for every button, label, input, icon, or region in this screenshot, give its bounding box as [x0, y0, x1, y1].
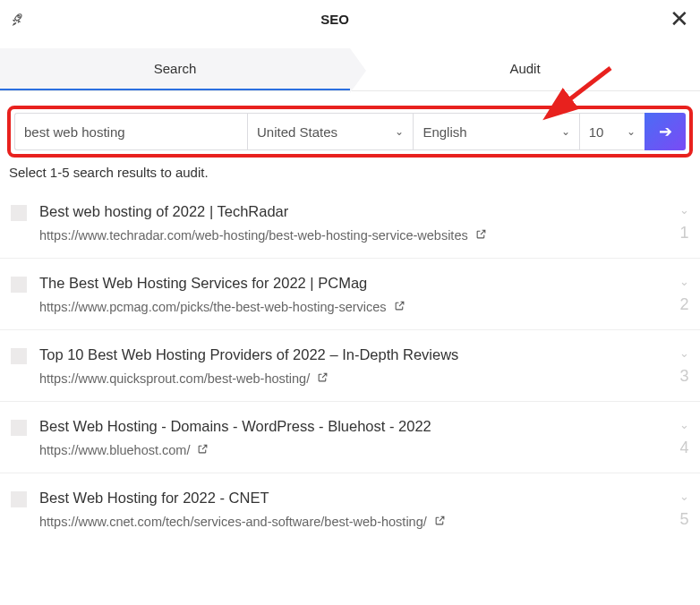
result-url-row: https://www.cnet.com/tech/services-and-s… [39, 514, 670, 530]
result-number: 2 [679, 295, 688, 314]
search-query-input[interactable] [14, 113, 247, 150]
external-link-icon[interactable] [317, 371, 329, 387]
result-title: Best web hosting of 2022 | TechRadar [39, 203, 670, 220]
result-item: The Best Web Hosting Services for 2022 |… [0, 259, 700, 330]
language-select-value: English [423, 124, 466, 140]
chevron-down-icon[interactable]: ⌄ [679, 490, 689, 503]
result-url: https://www.techradar.com/web-hosting/be… [39, 228, 468, 243]
external-link-icon[interactable] [475, 227, 487, 243]
result-title: Best Web Hosting - Domains - WordPress -… [39, 418, 670, 435]
result-checkbox[interactable] [11, 205, 27, 221]
result-number: 4 [679, 439, 688, 457]
result-title: The Best Web Hosting Services for 2022 |… [39, 275, 670, 292]
country-select-value: United States [257, 124, 337, 140]
result-item: Best Web Hosting - Domains - WordPress -… [0, 402, 700, 473]
result-checkbox[interactable] [11, 348, 27, 364]
result-number: 5 [679, 510, 688, 529]
country-select[interactable]: United States ⌄ [247, 113, 413, 150]
results-list: Best web hosting of 2022 | TechRadar htt… [0, 187, 700, 544]
result-body: Best Web Hosting for 2022 - CNET https:/… [39, 490, 670, 530]
close-icon[interactable]: ✕ [670, 7, 689, 30]
instruction-text: Select 1-5 search results to audit. [9, 165, 691, 180]
result-title: Best Web Hosting for 2022 - CNET [39, 490, 670, 507]
chevron-down-icon: ⌄ [395, 125, 404, 138]
result-number: 3 [679, 367, 688, 386]
tab-search[interactable]: Search [0, 48, 350, 90]
search-bar: United States ⌄ English ⌄ 10 ⌄ ➔ [7, 106, 693, 158]
result-title: Top 10 Best Web Hosting Providers of 202… [39, 346, 670, 363]
result-checkbox[interactable] [11, 491, 27, 507]
result-body: The Best Web Hosting Services for 2022 |… [39, 275, 670, 315]
result-url-row: https://www.techradar.com/web-hosting/be… [39, 227, 670, 243]
result-body: Best web hosting of 2022 | TechRadar htt… [39, 203, 670, 243]
tabs: Search Audit [0, 48, 700, 91]
count-select-value: 10 [589, 124, 604, 140]
arrow-right-icon: ➔ [659, 122, 672, 141]
external-link-icon[interactable] [434, 514, 446, 530]
result-item: Best Web Hosting for 2022 - CNET https:/… [0, 473, 700, 544]
search-bar-highlight: United States ⌄ English ⌄ 10 ⌄ ➔ [7, 106, 693, 158]
chevron-down-icon[interactable]: ⌄ [679, 203, 689, 217]
chevron-down-icon[interactable]: ⌄ [679, 418, 689, 431]
result-url-row: https://www.bluehost.com/ [39, 442, 670, 458]
result-checkbox[interactable] [11, 277, 27, 293]
external-link-icon[interactable] [394, 299, 405, 315]
external-link-icon[interactable] [197, 442, 209, 458]
language-select[interactable]: English ⌄ [413, 113, 578, 150]
header: SEO ✕ [0, 0, 700, 36]
result-checkbox[interactable] [11, 420, 27, 436]
result-body: Top 10 Best Web Hosting Providers of 202… [39, 346, 670, 387]
result-url-row: https://www.pcmag.com/picks/the-best-web… [39, 299, 670, 315]
result-url: https://www.bluehost.com/ [39, 443, 190, 457]
chevron-down-icon: ⌄ [627, 125, 636, 138]
result-url: https://www.quicksprout.com/best-web-hos… [39, 371, 310, 386]
chevron-down-icon: ⌄ [561, 125, 570, 138]
result-url-row: https://www.quicksprout.com/best-web-hos… [39, 371, 670, 387]
chevron-down-icon[interactable]: ⌄ [679, 346, 689, 360]
result-url: https://www.pcmag.com/picks/the-best-web… [39, 300, 387, 314]
submit-button[interactable]: ➔ [645, 113, 686, 150]
result-body: Best Web Hosting - Domains - WordPress -… [39, 418, 670, 458]
result-number: 1 [679, 224, 688, 243]
chevron-down-icon[interactable]: ⌄ [679, 275, 689, 288]
result-item: Best web hosting of 2022 | TechRadar htt… [0, 187, 700, 259]
page-title: SEO [0, 12, 670, 27]
result-url: https://www.cnet.com/tech/services-and-s… [39, 515, 427, 529]
count-select[interactable]: 10 ⌄ [579, 113, 645, 150]
tab-audit[interactable]: Audit [350, 48, 700, 90]
result-item: Top 10 Best Web Hosting Providers of 202… [0, 330, 700, 402]
